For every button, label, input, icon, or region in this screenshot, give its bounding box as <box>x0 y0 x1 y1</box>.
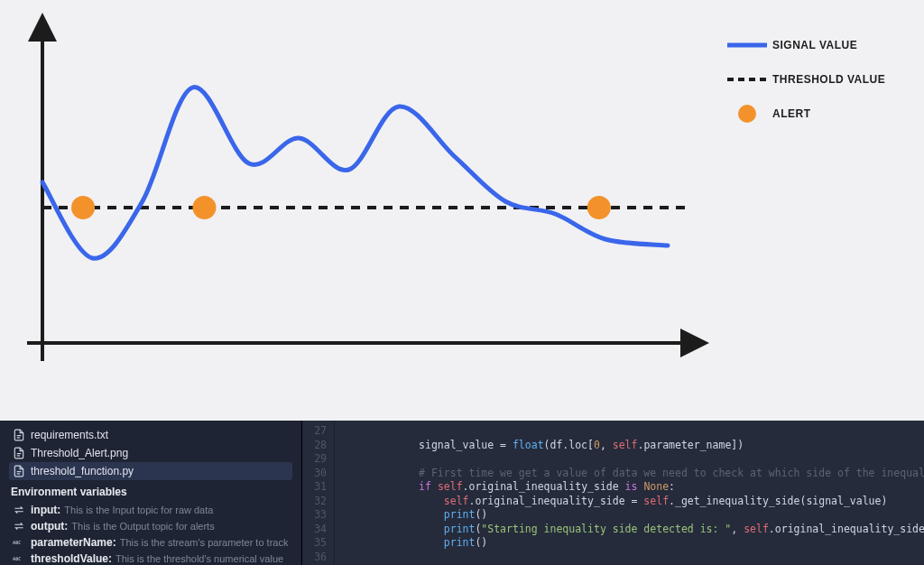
alert-marker <box>192 196 216 219</box>
legend-alert-label: ALERT <box>772 107 811 120</box>
line-number: 29 <box>302 452 327 467</box>
env-var-row[interactable]: ABCparameterName:This is the stream's pa… <box>9 534 292 551</box>
file-name: threshold_function.py <box>31 465 134 477</box>
line-number: 27 <box>302 424 327 439</box>
chart-panel: SIGNAL VALUE THRESHOLD VALUE ALERT <box>0 0 924 421</box>
env-var-row[interactable]: ABCthresholdValue:This is the threshold'… <box>9 551 292 565</box>
line-number: 28 <box>302 439 327 453</box>
line-number: 30 <box>302 467 327 481</box>
code-line[interactable]: signal_value = float(df.loc[0, self.para… <box>344 439 924 453</box>
env-vars-header: Environment variables <box>11 486 292 498</box>
env-var-desc: This is the threshold's numerical value <box>116 553 283 564</box>
legend-threshold-swatch <box>727 70 767 88</box>
file-name: requirements.txt <box>31 429 108 441</box>
env-var-name: thresholdValue: <box>31 552 112 565</box>
code-line[interactable]: print("Starting inequality side detected… <box>344 523 924 537</box>
code-line[interactable]: self.original_inequality_side = self._ge… <box>344 495 924 509</box>
legend-alert: ALERT <box>727 105 908 123</box>
legend-threshold: THRESHOLD VALUE <box>727 70 908 88</box>
line-number: 36 <box>302 551 327 565</box>
signal-line <box>42 88 668 259</box>
alert-marker <box>71 196 95 219</box>
line-number: 34 <box>302 523 327 537</box>
env-var-row[interactable]: input:This is the Input topic for raw da… <box>9 502 292 518</box>
svg-text:ABC: ABC <box>13 540 21 545</box>
env-var-row[interactable]: output:This is the Output topic for aler… <box>9 518 292 534</box>
file-row[interactable]: Threshold_Alert.png <box>9 444 292 462</box>
legend-threshold-label: THRESHOLD VALUE <box>772 73 885 86</box>
file-row[interactable]: threshold_function.py <box>9 462 292 480</box>
line-number: 32 <box>302 495 327 509</box>
code-line[interactable]: print() <box>344 508 924 523</box>
legend-signal-label: SIGNAL VALUE <box>772 39 857 51</box>
ide-panel: requirements.txtThreshold_Alert.pngthres… <box>0 421 924 565</box>
file-name: Threshold_Alert.png <box>31 447 128 459</box>
line-number: 31 <box>302 480 327 495</box>
env-var-name: input: <box>31 504 60 516</box>
code-line[interactable] <box>344 452 924 467</box>
env-var-name: output: <box>31 520 68 533</box>
code-line[interactable]: if self.original_inequality_side is None… <box>344 480 924 495</box>
threshold-chart <box>0 0 713 388</box>
code-line[interactable]: # First time we get a value of data we n… <box>344 467 924 481</box>
svg-text:ABC: ABC <box>13 556 21 561</box>
code-editor[interactable]: 272829303132333435363738 signal_value = … <box>302 421 924 565</box>
file-row[interactable]: requirements.txt <box>9 426 292 444</box>
code-line[interactable] <box>344 551 924 565</box>
env-var-desc: This is the stream's parameter to track <box>120 537 289 548</box>
code-content[interactable]: signal_value = float(df.loc[0, self.para… <box>335 421 924 565</box>
env-var-desc: This is the Output topic for alerts <box>71 521 214 532</box>
line-gutter: 272829303132333435363738 <box>302 421 335 565</box>
env-vars-list: input:This is the Input topic for raw da… <box>9 502 292 565</box>
file-list: requirements.txtThreshold_Alert.pngthres… <box>9 426 292 480</box>
legend-alert-swatch <box>727 105 767 123</box>
line-number: 35 <box>302 536 327 551</box>
ide-sidebar: requirements.txtThreshold_Alert.pngthres… <box>0 421 302 565</box>
svg-point-2 <box>738 105 756 123</box>
line-number: 33 <box>302 508 327 523</box>
code-line[interactable] <box>344 424 924 439</box>
alert-marker <box>587 196 611 219</box>
code-line[interactable]: print() <box>344 536 924 551</box>
chart-legend: SIGNAL VALUE THRESHOLD VALUE ALERT <box>727 36 908 139</box>
env-var-name: parameterName: <box>31 536 116 549</box>
legend-signal-swatch <box>727 36 767 54</box>
legend-signal: SIGNAL VALUE <box>727 36 908 54</box>
env-var-desc: This is the Input topic for raw data <box>64 505 213 515</box>
